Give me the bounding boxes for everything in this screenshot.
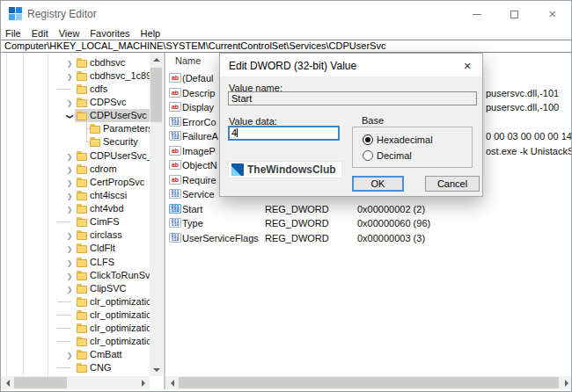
arrow-right-icon <box>565 380 568 387</box>
chevron-right-icon[interactable] <box>64 97 75 108</box>
chevron-right-icon[interactable] <box>64 203 75 214</box>
chevron-right-icon[interactable] <box>64 70 75 82</box>
scroll-down-button[interactable] <box>150 363 163 376</box>
tree-item-selected[interactable]: CDPUserSvc <box>1 109 164 122</box>
chevron-right-icon[interactable] <box>64 150 75 162</box>
folder-icon <box>77 232 87 240</box>
value-data-input[interactable]: 4 <box>228 126 340 141</box>
tree-vertical-scrollbar[interactable] <box>150 53 163 376</box>
chevron-right-icon[interactable] <box>64 163 75 175</box>
tree-tick-line <box>57 341 71 342</box>
tree-item[interactable]: ClickToRunSvc <box>1 269 164 282</box>
chevron-right-icon[interactable] <box>64 283 75 294</box>
maximize-icon <box>510 11 518 18</box>
scroll-right-button[interactable] <box>136 376 150 389</box>
tree-item[interactable]: CimFS <box>1 215 164 229</box>
scroll-right-button[interactable] <box>560 376 572 389</box>
tree-item[interactable]: cbdhsvc <box>1 56 164 69</box>
reg-string-icon <box>169 102 181 112</box>
base-label: Base <box>359 115 386 126</box>
folder-icon <box>77 352 87 359</box>
tree-item[interactable]: cdfs <box>1 83 164 96</box>
chevron-right-icon[interactable] <box>64 243 75 254</box>
text-caret <box>237 128 238 137</box>
chevron-right-icon[interactable] <box>64 270 75 281</box>
tree-item[interactable]: CNG <box>1 361 164 374</box>
tree-item[interactable]: circlass <box>1 229 164 242</box>
tree-item-label: CLFS <box>90 257 114 268</box>
folder-icon <box>77 99 87 107</box>
thewindowsclub-logo-icon <box>231 163 244 176</box>
value-name: Service <box>182 187 215 201</box>
address-bar[interactable]: Computer\HKEY_LOCAL_MACHINE\SYSTEM\Curre… <box>1 40 571 53</box>
tree-item[interactable]: cbdhsvc_1c890 <box>1 69 164 83</box>
edit-dword-dialog: Edit DWORD (32-bit) Value Value name: St… <box>219 53 483 197</box>
scroll-up-button[interactable] <box>150 53 163 66</box>
folder-icon <box>77 179 87 187</box>
tree-item[interactable]: CertPropSvc <box>1 176 164 189</box>
tree-tick-line <box>57 315 71 316</box>
value-name-field[interactable]: Start <box>228 91 477 105</box>
folder-icon <box>90 139 100 147</box>
chevron-right-icon[interactable] <box>64 177 75 188</box>
minimize-button[interactable] <box>458 1 495 27</box>
dialog-close-button[interactable] <box>459 58 475 74</box>
tree-item[interactable]: CLFS <box>1 256 164 269</box>
close-button[interactable] <box>533 1 571 27</box>
tree-item[interactable]: clr_optimizatic <box>1 309 164 322</box>
chevron-right-icon[interactable] <box>64 349 75 360</box>
scrollbar-thumb[interactable] <box>150 68 162 122</box>
dialog-title: Edit DWORD (32-bit) Value <box>229 60 356 72</box>
menu-file[interactable]: File <box>5 27 27 40</box>
tree-item[interactable]: CDPSvc <box>1 96 164 109</box>
tree-item[interactable]: cht4vbd <box>1 202 164 215</box>
tree-item-label: Parameters <box>103 123 153 134</box>
menu-view[interactable]: View <box>59 27 86 40</box>
tree-tick-line <box>57 89 71 90</box>
chevron-down-icon[interactable] <box>64 110 75 121</box>
radio-unselected-icon[interactable] <box>363 150 373 161</box>
chevron-right-icon[interactable] <box>64 229 75 241</box>
menu-favorites[interactable]: Favorites <box>90 27 136 40</box>
folder-icon <box>77 192 87 200</box>
tree-horizontal-scrollbar[interactable] <box>1 376 150 389</box>
list-horizontal-scrollbar[interactable] <box>165 376 572 389</box>
radio-decimal[interactable]: Decimal <box>363 149 412 161</box>
tree-item[interactable]: clr_optimizatic <box>1 335 164 348</box>
tree-item[interactable]: clr_optimizatic <box>1 295 164 309</box>
value-row-selected[interactable]: StartREG_DWORD0x00000002 (2) <box>165 202 572 216</box>
menu-edit[interactable]: Edit <box>32 27 55 40</box>
tree-item-label: clr_optimizatic <box>90 323 151 334</box>
chevron-right-icon[interactable] <box>64 57 75 69</box>
tree-item-label: circlass <box>90 229 122 241</box>
menu-help[interactable]: Help <box>141 27 167 40</box>
ok-button[interactable]: OK <box>352 176 404 192</box>
tree-item[interactable]: CldFlt <box>1 242 164 255</box>
scroll-left-button[interactable] <box>1 376 14 389</box>
tree-item[interactable]: ClipSVC <box>1 282 164 295</box>
scrollbar-thumb[interactable] <box>179 377 559 388</box>
tree-item-label: CDPUserSvc <box>90 110 147 121</box>
tree-item[interactable]: clr_optimizatic <box>1 322 164 335</box>
tree-item[interactable]: Security <box>1 135 164 149</box>
tree-item[interactable]: CmBatt <box>1 348 164 361</box>
cancel-button[interactable]: Cancel <box>425 176 480 192</box>
value-row[interactable]: TypeREG_DWORD0x00000060 (96) <box>165 216 572 230</box>
tree-item[interactable]: cht4iscsi <box>1 189 164 202</box>
folder-icon <box>77 259 87 267</box>
reg-dword-icon <box>169 131 181 141</box>
value-type: REG_DWORD <box>265 216 329 230</box>
radio-selected-icon[interactable] <box>363 134 373 145</box>
radio-hexadecimal[interactable]: Hexadecimal <box>363 134 433 145</box>
value-row[interactable]: UserServiceFlagsREG_DWORD0x00000003 (3) <box>165 231 572 245</box>
tree-item[interactable]: cdrom <box>1 163 164 176</box>
arrow-left-icon <box>171 380 174 387</box>
scroll-left-button[interactable] <box>165 376 179 389</box>
chevron-right-icon[interactable] <box>64 257 75 268</box>
tree-item[interactable]: Parameters <box>1 122 164 135</box>
maximize-button[interactable] <box>495 1 533 27</box>
chevron-right-icon[interactable] <box>64 190 75 201</box>
tree-item[interactable]: CDPUserSvc_1c <box>1 149 164 163</box>
tree-item-label: cdfs <box>90 83 107 95</box>
scrollbar-thumb[interactable] <box>14 377 67 388</box>
